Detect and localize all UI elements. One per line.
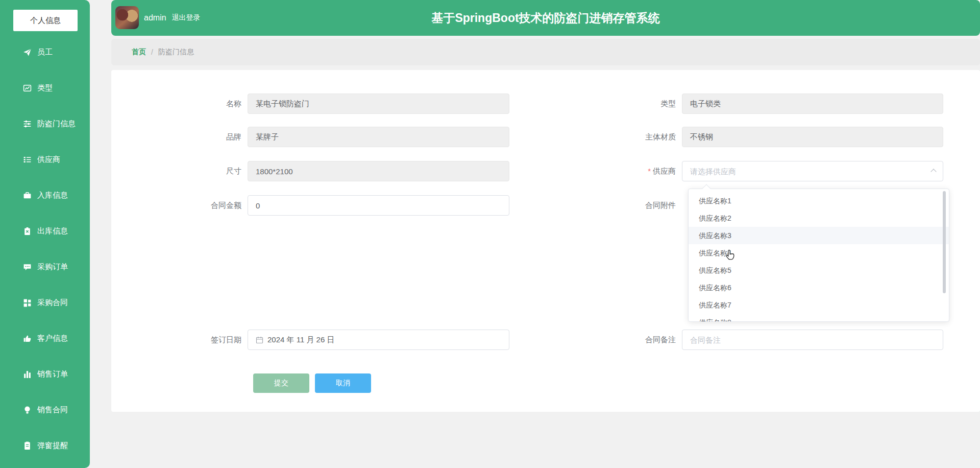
breadcrumb-home-link[interactable]: 首页 bbox=[132, 48, 146, 57]
clipboard-x-icon bbox=[23, 227, 32, 236]
chat-icon bbox=[23, 263, 32, 271]
paper-plane-icon bbox=[23, 48, 32, 57]
name-input bbox=[248, 93, 509, 114]
supplier-option[interactable]: 供应名称6 bbox=[689, 279, 949, 296]
sidebar-item-label: 销售合同 bbox=[37, 405, 68, 415]
breadcrumb: 首页 / 防盗门信息 bbox=[111, 39, 980, 65]
sidebar-item-label: 防盗门信息 bbox=[37, 119, 76, 129]
form-panel: 名称 类型 品牌 主体材质 尺寸 *供应商 合同金额 合同附件 签订日期 202… bbox=[111, 70, 980, 412]
sidebar-item-profile[interactable]: 个人信息 bbox=[13, 10, 78, 31]
field-contract-amount: 合同金额 bbox=[111, 195, 516, 216]
grid-icon bbox=[23, 298, 32, 307]
top-header: admin 退出登录 基于SpringBoot技术的防盗门进销存管系统 bbox=[111, 0, 980, 36]
sidebar-item-label: 供应商 bbox=[37, 155, 60, 165]
sidebar-item-label: 员工 bbox=[37, 48, 53, 57]
supplier-option[interactable]: 供应名称2 bbox=[689, 209, 949, 227]
app-title: 基于SpringBoot技术的防盗门进销存管系统 bbox=[111, 0, 980, 36]
sidebar-item-inbound[interactable]: 入库信息 bbox=[0, 177, 90, 213]
sidebar-item-door-info[interactable]: 防盗门信息 bbox=[0, 106, 90, 142]
sidebar-menu: 员工 类型 防盗门信息 供应商 入库信息 出库信息 采购订单 采 bbox=[0, 34, 90, 463]
thumbs-up-icon bbox=[23, 334, 32, 343]
sidebar-item-label: 出库信息 bbox=[37, 226, 68, 236]
type-input bbox=[682, 93, 943, 114]
supplier-option[interactable]: 供应名称1 bbox=[689, 192, 949, 209]
dropdown-scrollbar[interactable] bbox=[943, 191, 946, 293]
contract-note-label: 合同备注 bbox=[546, 335, 682, 345]
sign-date-input[interactable]: 2024 年 11 月 26 日 bbox=[248, 330, 509, 350]
sliders-icon bbox=[23, 120, 32, 128]
sidebar-item-label: 销售订单 bbox=[37, 369, 68, 379]
sidebar-item-label: 客户信息 bbox=[37, 334, 68, 343]
clipboard-icon bbox=[23, 441, 32, 450]
profile-label: 个人信息 bbox=[30, 16, 61, 26]
username-text: admin bbox=[144, 13, 166, 22]
field-sign-date: 签订日期 2024 年 11 月 26 日 bbox=[111, 330, 516, 350]
field-size: 尺寸 bbox=[111, 161, 516, 181]
field-name: 名称 bbox=[111, 93, 516, 114]
sidebar-item-popup-reminder[interactable]: 弹窗提醒 bbox=[0, 428, 90, 463]
sidebar-item-sales-contract[interactable]: 销售合同 bbox=[0, 392, 90, 428]
sidebar-item-label: 弹窗提醒 bbox=[37, 441, 68, 451]
bulb-icon bbox=[23, 406, 32, 414]
sidebar-item-label: 入库信息 bbox=[37, 191, 68, 200]
breadcrumb-separator: / bbox=[151, 48, 153, 56]
sign-date-value: 2024 年 11 月 26 日 bbox=[267, 335, 334, 345]
field-type: 类型 bbox=[546, 93, 949, 114]
sidebar-item-customer-info[interactable]: 客户信息 bbox=[0, 320, 90, 356]
sidebar-item-employee[interactable]: 员工 bbox=[0, 34, 90, 70]
supplier-option[interactable]: 供应名称8 bbox=[689, 314, 949, 322]
user-avatar bbox=[115, 6, 139, 29]
sidebar-item-purchase-order[interactable]: 采购订单 bbox=[0, 249, 90, 285]
bar-chart-icon bbox=[23, 370, 32, 379]
size-label: 尺寸 bbox=[111, 167, 248, 176]
sidebar-item-sales-order[interactable]: 销售订单 bbox=[0, 356, 90, 392]
sidebar-item-label: 类型 bbox=[37, 83, 53, 93]
calendar-icon bbox=[256, 336, 263, 344]
supplier-option[interactable]: 供应名称3 bbox=[689, 227, 949, 244]
sidebar-item-label: 采购订单 bbox=[37, 262, 68, 272]
sidebar-item-type[interactable]: 类型 bbox=[0, 70, 90, 106]
contract-attachment-label: 合同附件 bbox=[546, 201, 682, 210]
sidebar-item-label: 采购合同 bbox=[37, 298, 68, 308]
supplier-option[interactable]: 供应名称7 bbox=[689, 296, 949, 314]
supplier-option-list: 供应名称1 供应名称2 供应名称3 供应名称4 供应名称5 供应名称6 供应名称… bbox=[689, 189, 949, 322]
supplier-select[interactable] bbox=[682, 161, 943, 181]
contract-amount-input[interactable] bbox=[248, 195, 509, 216]
briefcase-icon bbox=[23, 191, 32, 200]
field-contract-note: 合同备注 bbox=[546, 330, 949, 350]
supplier-label: *供应商 bbox=[546, 167, 682, 176]
supplier-dropdown: 供应名称1 供应名称2 供应名称3 供应名称4 供应名称5 供应名称6 供应名称… bbox=[688, 189, 949, 322]
required-asterisk: * bbox=[648, 167, 651, 175]
field-material: 主体材质 bbox=[546, 127, 949, 147]
line-chart-icon bbox=[23, 84, 32, 92]
field-brand: 品牌 bbox=[111, 127, 516, 147]
name-label: 名称 bbox=[111, 99, 248, 109]
sidebar-item-purchase-contract[interactable]: 采购合同 bbox=[0, 285, 90, 320]
logout-link[interactable]: 退出登录 bbox=[172, 13, 201, 22]
contract-amount-label: 合同金额 bbox=[111, 201, 248, 210]
sidebar-item-outbound[interactable]: 出库信息 bbox=[0, 213, 90, 249]
brand-label: 品牌 bbox=[111, 132, 248, 142]
brand-input bbox=[248, 127, 509, 147]
material-label: 主体材质 bbox=[546, 132, 682, 142]
size-input bbox=[248, 161, 509, 181]
supplier-option[interactable]: 供应名称4 bbox=[689, 244, 949, 262]
submit-button[interactable]: 提交 bbox=[253, 373, 309, 393]
type-label: 类型 bbox=[546, 99, 682, 109]
breadcrumb-current: 防盗门信息 bbox=[158, 48, 194, 57]
sidebar: 个人信息 员工 类型 防盗门信息 供应商 入库信息 出库信息 bbox=[0, 0, 90, 468]
sidebar-item-supplier[interactable]: 供应商 bbox=[0, 142, 90, 177]
cancel-button[interactable]: 取消 bbox=[315, 373, 371, 393]
supplier-option[interactable]: 供应名称5 bbox=[689, 262, 949, 279]
list-icon bbox=[23, 155, 32, 164]
sign-date-label: 签订日期 bbox=[111, 335, 248, 345]
material-input bbox=[682, 127, 943, 147]
field-supplier: *供应商 bbox=[546, 161, 949, 181]
contract-note-input[interactable] bbox=[682, 330, 943, 350]
